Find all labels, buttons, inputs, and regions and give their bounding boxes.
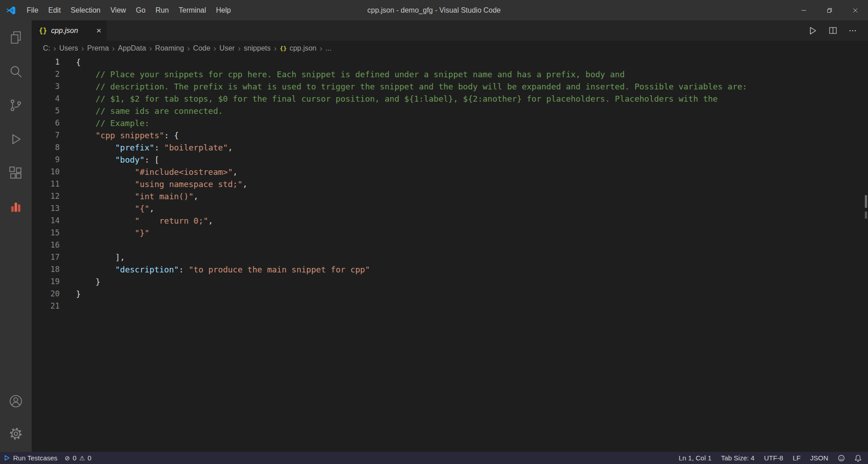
menu-help[interactable]: Help bbox=[211, 0, 236, 20]
breadcrumb-separator-icon: › bbox=[238, 44, 241, 52]
tab-label: cpp.json bbox=[51, 27, 78, 35]
accounts-icon[interactable] bbox=[0, 385, 32, 417]
line-number: 7 bbox=[32, 129, 60, 141]
line-number: 19 bbox=[32, 276, 60, 288]
menu-run[interactable]: Run bbox=[151, 0, 174, 20]
menu-selection[interactable]: Selection bbox=[66, 0, 105, 20]
code-line[interactable]: 12 "int main()", bbox=[32, 190, 868, 202]
run-debug-icon[interactable] bbox=[0, 122, 32, 156]
scrollbar-marker bbox=[865, 195, 867, 208]
code-text bbox=[60, 239, 76, 251]
line-number: 3 bbox=[32, 80, 60, 93]
menu-view[interactable]: View bbox=[105, 0, 131, 20]
line-number: 4 bbox=[32, 93, 60, 105]
source-control-icon[interactable] bbox=[0, 88, 32, 122]
code-line[interactable]: 17 ], bbox=[32, 251, 868, 263]
cursor-position[interactable]: Ln 1, Col 1 bbox=[679, 454, 712, 462]
explorer-icon[interactable] bbox=[0, 20, 32, 54]
code-text: "{", bbox=[60, 202, 154, 215]
code-editor[interactable]: 1{2 // Place your snippets for cpp here.… bbox=[32, 56, 868, 452]
breadcrumb-item[interactable]: Users bbox=[59, 44, 78, 52]
breadcrumb-item[interactable]: AppData bbox=[118, 44, 146, 52]
vscode-window: FileEditSelectionViewGoRunTerminalHelp c… bbox=[0, 0, 868, 464]
code-line[interactable]: 3 // description. The prefix is what is … bbox=[32, 80, 868, 93]
code-line[interactable]: 13 "{", bbox=[32, 202, 868, 215]
breadcrumb-item[interactable]: {}cpp.json bbox=[280, 44, 316, 52]
line-number: 6 bbox=[32, 117, 60, 129]
code-line[interactable]: 6 // Example: bbox=[32, 117, 868, 129]
notifications-bell-icon[interactable] bbox=[854, 455, 862, 462]
minimize-button[interactable] bbox=[791, 0, 816, 20]
tab-close-icon[interactable]: × bbox=[92, 26, 101, 36]
feedback-smiley-icon[interactable] bbox=[838, 455, 845, 462]
breadcrumb-item[interactable]: Code bbox=[193, 44, 210, 52]
menu-bar: FileEditSelectionViewGoRunTerminalHelp bbox=[22, 0, 236, 20]
testcases-chart-icon[interactable] bbox=[0, 190, 32, 224]
breadcrumb-separator-icon: › bbox=[213, 44, 216, 52]
language-mode[interactable]: JSON bbox=[810, 454, 828, 462]
line-number: 15 bbox=[32, 227, 60, 239]
breadcrumb-separator-icon: › bbox=[274, 44, 277, 52]
breadcrumb-item[interactable]: User bbox=[219, 44, 235, 52]
code-line[interactable]: 8 "prefix": "boilerplate", bbox=[32, 141, 868, 154]
code-text: // Example: bbox=[60, 117, 150, 129]
breadcrumb-label: Roaming bbox=[155, 44, 184, 52]
code-line[interactable]: 18 "description": "to produce the main s… bbox=[32, 263, 868, 276]
code-line[interactable]: 1{ bbox=[32, 56, 868, 68]
code-line[interactable]: 21 bbox=[32, 300, 868, 312]
problems-indicator[interactable]: ⊘ 0 ⚠ 0 bbox=[65, 454, 91, 462]
editor-actions bbox=[803, 20, 868, 41]
menu-terminal[interactable]: Terminal bbox=[174, 0, 211, 20]
line-number: 11 bbox=[32, 178, 60, 190]
code-text: // same ids are connected. bbox=[60, 105, 223, 117]
eol-indicator[interactable]: LF bbox=[793, 454, 801, 462]
code-line[interactable]: 20} bbox=[32, 288, 868, 300]
search-icon[interactable] bbox=[0, 54, 32, 88]
code-line[interactable]: 16 bbox=[32, 239, 868, 251]
breadcrumb-item[interactable]: ... bbox=[326, 44, 331, 52]
restore-button[interactable] bbox=[816, 0, 842, 20]
breadcrumb-label: Users bbox=[59, 44, 78, 52]
code-line[interactable]: 9 "body": [ bbox=[32, 154, 868, 166]
code-text: // $1, $2 for tab stops, $0 for the fina… bbox=[60, 93, 718, 105]
code-line[interactable]: 2 // Place your snippets for cpp here. E… bbox=[32, 68, 868, 80]
editor-scrollbar[interactable] bbox=[862, 56, 868, 452]
code-line[interactable]: 19 } bbox=[32, 276, 868, 288]
line-number: 20 bbox=[32, 288, 60, 300]
menu-edit[interactable]: Edit bbox=[43, 0, 66, 20]
breadcrumb-item[interactable]: C: bbox=[43, 44, 50, 52]
line-number: 12 bbox=[32, 190, 60, 202]
run-testcases-button[interactable]: Run Testcases bbox=[4, 454, 57, 462]
line-number: 21 bbox=[32, 300, 60, 312]
code-line[interactable]: 14 " return 0;", bbox=[32, 215, 868, 227]
line-number: 8 bbox=[32, 141, 60, 154]
encoding-indicator[interactable]: UTF-8 bbox=[764, 454, 783, 462]
error-count: 0 bbox=[73, 454, 76, 462]
code-line[interactable]: 11 "using namespace std;", bbox=[32, 178, 868, 190]
code-line[interactable]: 5 // same ids are connected. bbox=[32, 105, 868, 117]
more-actions-button[interactable] bbox=[843, 20, 863, 41]
tab-cpp-json[interactable]: {} cpp.json × bbox=[32, 20, 107, 41]
breadcrumb-separator-icon: › bbox=[53, 44, 56, 52]
breadcrumb-item[interactable]: Roaming bbox=[155, 44, 184, 52]
extensions-icon[interactable] bbox=[0, 156, 32, 190]
code-line[interactable]: 15 "}" bbox=[32, 227, 868, 239]
split-editor-button[interactable] bbox=[823, 20, 843, 41]
code-line[interactable]: 4 // $1, $2 for tab stops, $0 for the fi… bbox=[32, 93, 868, 105]
status-bar: Run Testcases ⊘ 0 ⚠ 0 Ln 1, Col 1 Tab Si… bbox=[0, 452, 868, 464]
menu-go[interactable]: Go bbox=[131, 0, 151, 20]
run-button[interactable] bbox=[803, 20, 823, 41]
vscode-logo-icon bbox=[0, 5, 22, 15]
close-button[interactable] bbox=[842, 0, 868, 20]
breadcrumb-label: Code bbox=[193, 44, 210, 52]
breadcrumb-label: User bbox=[219, 44, 235, 52]
run-testcases-label: Run Testcases bbox=[13, 454, 57, 462]
code-line[interactable]: 10 "#include<iostream>", bbox=[32, 166, 868, 178]
line-number: 9 bbox=[32, 154, 60, 166]
menu-file[interactable]: File bbox=[22, 0, 43, 20]
code-line[interactable]: 7 "cpp snippets": { bbox=[32, 129, 868, 141]
breadcrumb-item[interactable]: snippets bbox=[244, 44, 271, 52]
tab-size-indicator[interactable]: Tab Size: 4 bbox=[721, 454, 755, 462]
breadcrumb-item[interactable]: Prerna bbox=[87, 44, 109, 52]
settings-gear-icon[interactable] bbox=[0, 417, 32, 450]
